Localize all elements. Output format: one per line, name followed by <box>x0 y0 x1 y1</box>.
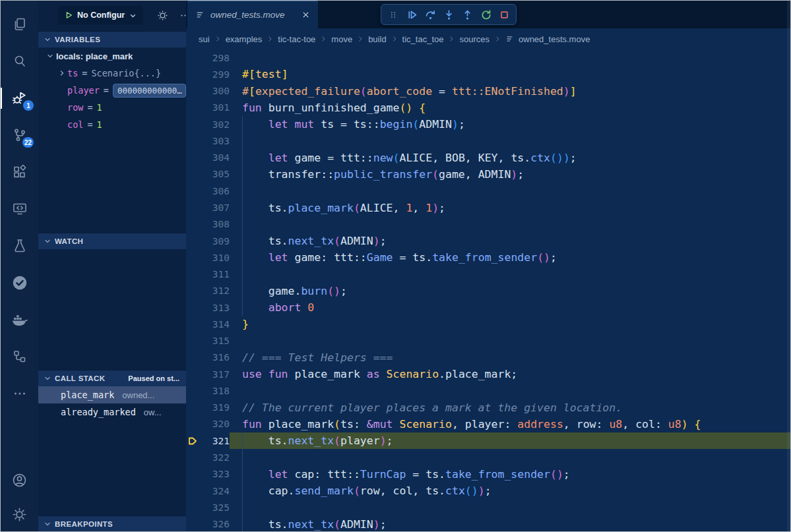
code-line-content[interactable]: // The current player places a mark at t… <box>230 399 790 416</box>
code-line-content[interactable]: // === Test Helpers === <box>230 349 790 366</box>
step-over-icon[interactable] <box>422 7 438 22</box>
gutter[interactable]: 317 <box>186 366 230 382</box>
code-line-content[interactable]: fun place_mark(ts: &mut Scenario, player… <box>230 416 790 432</box>
line-number[interactable]: 303 <box>199 136 230 146</box>
breadcrumb-item[interactable]: examples <box>226 34 263 44</box>
gutter[interactable]: 302 <box>186 116 230 133</box>
call-stack-section-header[interactable]: CALL STACK Paused on st... <box>38 370 186 386</box>
line-number[interactable]: 318 <box>199 386 230 396</box>
debug-config-dropdown[interactable]: No Configur <box>58 6 143 24</box>
activity-item-check-circle[interactable] <box>1 264 38 301</box>
gutter[interactable]: 309 <box>186 233 230 249</box>
line-number[interactable]: 320 <box>199 419 230 429</box>
code-editor[interactable]: 298299#[test]300#[expected_failure(abort… <box>186 49 790 531</box>
breakpoints-section-header[interactable]: BREAKPOINTS <box>38 516 186 532</box>
code-line-content[interactable] <box>230 333 790 349</box>
breadcrumb-item[interactable]: sui <box>199 34 210 44</box>
gutter[interactable]: 300 <box>186 83 230 100</box>
gutter[interactable]: 313 <box>186 299 230 316</box>
activity-item-source-control[interactable]: 22 <box>1 117 38 154</box>
code-line-content[interactable]: } <box>230 316 790 332</box>
line-number[interactable]: 316 <box>199 352 230 363</box>
variable-row-row[interactable]: row=1 <box>38 99 186 116</box>
line-number[interactable]: 314 <box>199 319 230 330</box>
close-icon[interactable] <box>301 11 310 19</box>
line-number[interactable]: 301 <box>199 102 230 113</box>
code-line-content[interactable] <box>230 49 790 66</box>
line-number[interactable]: 321 <box>199 436 230 446</box>
gutter[interactable]: 306 <box>186 183 230 199</box>
gutter[interactable]: 303 <box>186 133 230 149</box>
gutter[interactable]: 307 <box>186 199 230 216</box>
line-number[interactable]: 323 <box>199 469 230 479</box>
call-stack-frame-already_marked[interactable]: already_markedow... <box>38 403 186 421</box>
variable-row-player[interactable]: player=000000000000… <box>38 82 186 99</box>
breadcrumb-item[interactable]: tic_tac_toe <box>402 34 444 44</box>
gutter[interactable]: 301 <box>186 100 230 116</box>
code-line-content[interactable]: ts.next_tx(ADMIN); <box>230 516 790 532</box>
code-line-content[interactable]: ts.place_mark(ALICE, 1, 1); <box>230 199 790 216</box>
step-out-icon[interactable] <box>459 7 475 22</box>
code-line-content[interactable]: cap.send_mark(row, col, ts.ctx()); <box>230 483 790 499</box>
variable-row-col[interactable]: col=1 <box>38 116 186 133</box>
gutter[interactable]: 316 <box>186 349 230 366</box>
line-number[interactable]: 302 <box>199 119 230 130</box>
breadcrumb-item[interactable]: move <box>331 34 352 44</box>
watch-section-header[interactable]: WATCH <box>38 233 186 249</box>
breadcrumb-item[interactable]: owned_tests.move <box>519 34 590 44</box>
gutter[interactable]: 312 <box>186 283 230 299</box>
line-number[interactable]: 326 <box>199 519 230 529</box>
activity-item-account[interactable] <box>1 463 38 497</box>
line-number[interactable]: 305 <box>199 169 230 179</box>
code-line-content[interactable]: ts.next_tx(ADMIN); <box>230 233 790 249</box>
gutter[interactable]: 308 <box>186 216 230 233</box>
activity-item-run-and-debug[interactable]: 1 <box>1 80 38 117</box>
drag-grip-icon[interactable] <box>385 7 401 22</box>
code-line-content[interactable]: transfer::public_transfer(game, ADMIN); <box>230 166 790 183</box>
gutter[interactable]: 319 <box>186 399 230 416</box>
code-line-content[interactable] <box>230 133 790 149</box>
code-line-content[interactable]: let game = ttt::new(ALICE, BOB, KEY, ts.… <box>230 150 790 166</box>
gutter[interactable]: 325 <box>186 499 230 516</box>
line-number[interactable]: 300 <box>199 86 230 96</box>
code-line-content[interactable]: game.burn(); <box>230 283 790 299</box>
breadcrumb-item[interactable]: tic-tac-toe <box>278 34 315 44</box>
tab-owned-tests-move[interactable]: owned_tests.move <box>187 1 318 28</box>
line-number[interactable]: 312 <box>199 285 230 296</box>
line-number[interactable]: 315 <box>199 336 230 346</box>
gutter[interactable]: 315 <box>186 333 230 349</box>
line-number[interactable]: 313 <box>199 303 230 313</box>
code-line-content[interactable]: use fun place_mark as Scenario.place_mar… <box>230 366 790 382</box>
activity-item-testing[interactable] <box>1 227 38 264</box>
code-line-content[interactable]: #[expected_failure(abort_code = ttt::ENo… <box>230 83 790 100</box>
gutter[interactable]: 320 <box>186 416 230 432</box>
stop-icon[interactable] <box>496 7 512 22</box>
call-stack-frame-place_mark[interactable]: place_markowned... <box>38 386 186 403</box>
line-number[interactable]: 304 <box>199 152 230 163</box>
line-number[interactable]: 325 <box>199 502 230 513</box>
line-number[interactable]: 319 <box>199 402 230 413</box>
line-number[interactable]: 306 <box>199 186 230 196</box>
line-number[interactable]: 299 <box>199 69 230 80</box>
code-line-content[interactable]: let game: ttt::Game = ts.take_from_sende… <box>230 249 790 266</box>
step-into-icon[interactable] <box>441 7 457 22</box>
gutter[interactable]: 324 <box>186 483 230 499</box>
variables-section-header[interactable]: VARIABLES <box>38 31 186 47</box>
variables-scope-row[interactable]: locals: place_mark <box>38 47 186 65</box>
line-number[interactable]: 310 <box>199 252 230 263</box>
code-line-content[interactable] <box>230 266 790 282</box>
activity-item-remote-explorer[interactable] <box>1 191 38 227</box>
gutter[interactable]: 304 <box>186 150 230 166</box>
line-number[interactable]: 308 <box>199 219 230 229</box>
gutter[interactable]: 322 <box>186 449 230 465</box>
activity-item-docker[interactable] <box>1 301 38 338</box>
line-number[interactable]: 309 <box>199 236 230 247</box>
activity-item-additional-views[interactable] <box>1 375 38 412</box>
gutter[interactable]: 323 <box>186 466 230 483</box>
code-line-content[interactable]: ts.next_tx(player); <box>230 432 790 449</box>
code-line-content[interactable]: let mut ts = ts::begin(ADMIN); <box>230 116 790 133</box>
line-number[interactable]: 298 <box>199 53 230 63</box>
gutter[interactable]: 298 <box>186 49 230 66</box>
debug-settings-gear-icon[interactable] <box>156 9 169 22</box>
code-line-content[interactable]: let cap: ttt::TurnCap = ts.take_from_sen… <box>230 466 790 483</box>
